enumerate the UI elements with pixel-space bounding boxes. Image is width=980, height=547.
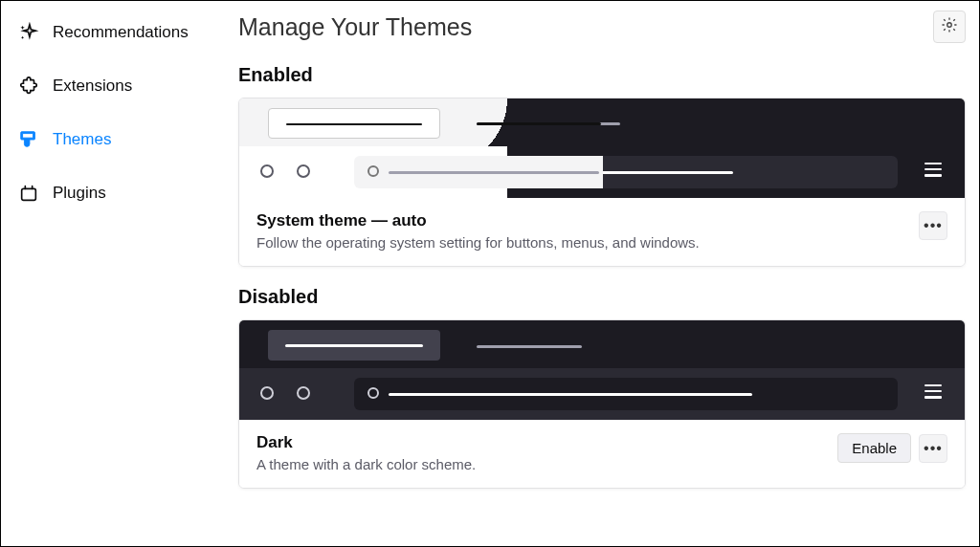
enable-button[interactable]: Enable <box>837 433 911 463</box>
gear-icon <box>941 16 958 37</box>
sidebar-item-recommendations[interactable]: Recommendations <box>7 12 215 53</box>
theme-description: A theme with a dark color scheme. <box>256 456 826 472</box>
theme-preview <box>239 98 965 198</box>
sidebar-item-label: Recommendations <box>53 23 189 42</box>
plugin-icon <box>18 183 39 204</box>
paintbrush-icon <box>18 129 39 150</box>
more-options-button[interactable]: ••• <box>919 211 947 240</box>
puzzle-icon <box>18 76 39 97</box>
theme-name: Dark <box>256 433 826 452</box>
theme-card-dark: Dark A theme with a dark color scheme. E… <box>238 319 966 489</box>
disabled-heading: Disabled <box>238 286 966 308</box>
svg-point-1 <box>947 23 952 28</box>
ellipsis-icon: ••• <box>924 440 943 457</box>
theme-description: Follow the operating system setting for … <box>256 234 907 251</box>
addons-sidebar: Recommendations Extensions Themes <box>1 1 221 546</box>
sidebar-item-label: Themes <box>53 130 111 149</box>
more-options-button[interactable]: ••• <box>919 434 947 463</box>
main-content: Manage Your Themes Enabled <box>221 1 979 546</box>
theme-preview <box>239 320 965 420</box>
settings-button[interactable] <box>933 11 966 43</box>
sidebar-item-themes[interactable]: Themes <box>7 120 215 160</box>
sidebar-item-plugins[interactable]: Plugins <box>7 173 215 213</box>
svg-rect-0 <box>22 188 36 200</box>
theme-card-system: System theme — auto Follow the operating… <box>238 98 966 267</box>
sidebar-item-label: Extensions <box>53 77 132 96</box>
enabled-heading: Enabled <box>238 64 966 86</box>
page-title: Manage Your Themes <box>238 13 472 41</box>
sidebar-item-extensions[interactable]: Extensions <box>7 66 215 106</box>
theme-name: System theme — auto <box>256 211 907 230</box>
hamburger-icon <box>924 384 942 399</box>
hamburger-icon <box>924 163 942 177</box>
sidebar-item-label: Plugins <box>53 184 106 203</box>
sparkle-icon <box>18 22 39 43</box>
ellipsis-icon: ••• <box>924 217 943 234</box>
